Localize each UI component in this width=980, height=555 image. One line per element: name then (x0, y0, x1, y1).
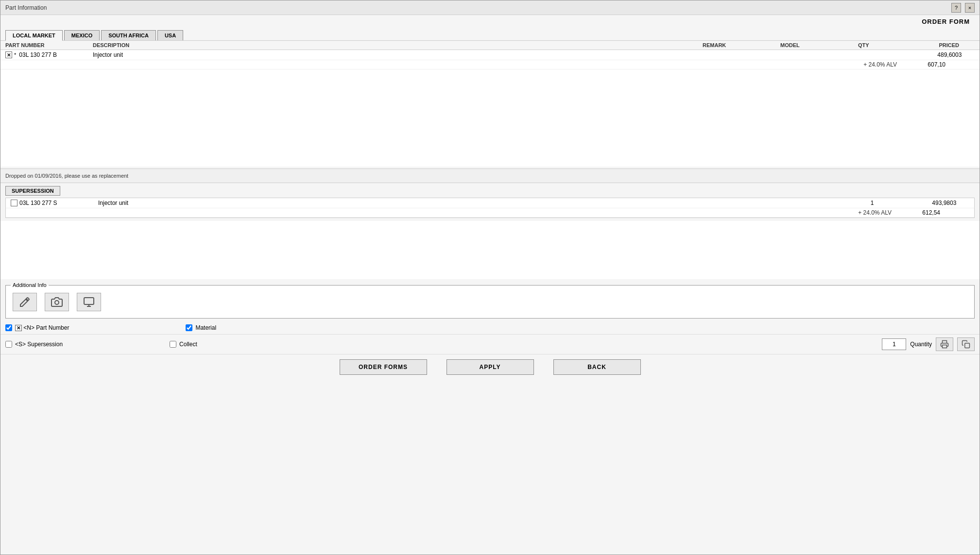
svg-point-0 (55, 301, 59, 304)
table-header: PART NUMBER DESCRIPTION REMARK MODEL QTY… (0, 41, 980, 50)
collect-checkbox-label: Collect (179, 341, 197, 348)
part-number-checkbox-label: ✕ <N> Part Number (15, 324, 69, 331)
edit-icon-button[interactable] (13, 293, 37, 311)
supersession-checkbox[interactable] (11, 200, 17, 206)
material-checkbox-group: Material (186, 324, 216, 331)
part-description: Injector unit (93, 51, 703, 58)
col-qty: QTY (858, 42, 897, 48)
quantity-input[interactable] (882, 338, 906, 350)
quantity-section: Quantity (882, 337, 975, 351)
col-model: MODEL (780, 42, 858, 48)
monitor-icon-button[interactable] (77, 293, 101, 311)
additional-info-icons (11, 291, 969, 313)
window-title: Part Information (5, 4, 47, 11)
order-form-header: ORDER FORM (0, 15, 980, 28)
part-number-value: 03L 130 277 B (19, 51, 57, 58)
copy-icon-button[interactable] (957, 337, 975, 351)
supersession-d: 03 (950, 200, 969, 206)
close-button[interactable]: × (965, 3, 975, 13)
main-window: Part Information ? × ORDER FORM LOCAL MA… (0, 0, 980, 555)
alv-label: + 24.0% ALV (863, 61, 897, 68)
supersession-part-number-cell: 03L 130 277 S (11, 200, 98, 206)
supersession-alv-row: + 24.0% ALV 612,54 (6, 208, 974, 218)
supersession-tab[interactable]: SUPERSESSION (5, 186, 60, 196)
col-remark: REMARK (703, 42, 780, 48)
supersession-alv-price: 612,54 (901, 209, 940, 216)
main-part-row: ✕ * 03L 130 277 B Injector unit 489,60 0… (0, 50, 980, 60)
alv-row: + 24.0% ALV 607,10 (0, 60, 980, 69)
asterisk-marker: * (14, 52, 16, 58)
supersession-row: 03L 130 277 S Injector unit 1 493,98 03 (6, 198, 974, 208)
material-checkbox[interactable] (186, 324, 192, 331)
tab-south-africa[interactable]: SOUTH AFRICA (101, 30, 156, 40)
col-d: D (955, 42, 975, 48)
part-number-cell: ✕ * 03L 130 277 B (5, 51, 93, 58)
bottom-row: <S> Supersession Collect Quantity (0, 334, 980, 354)
print-icon-button[interactable] (936, 337, 953, 351)
supersession-description: Injector unit (98, 200, 697, 206)
part-number-checkbox-group: ✕ <N> Part Number (5, 324, 69, 331)
col-description: DESCRIPTION (93, 42, 703, 48)
svg-rect-4 (943, 345, 947, 348)
alv-price: 607,10 (907, 61, 946, 68)
back-button[interactable]: BACK (553, 359, 641, 375)
svg-rect-5 (965, 343, 970, 348)
supersession-alv-d-space (950, 209, 969, 216)
alv-d-space (955, 61, 975, 68)
part-d: 03 (955, 51, 975, 58)
col-price: PRICE (897, 42, 955, 48)
additional-info-legend: Additional Info (11, 282, 49, 288)
dropped-notice-text: Dropped on 01/09/2016, please use as rep… (5, 173, 128, 179)
title-bar-controls: ? × (951, 3, 975, 13)
part-price: 489,60 (897, 51, 955, 58)
col-part-number: PART NUMBER (5, 42, 93, 48)
collect-checkbox-group: Collect (170, 341, 197, 348)
supersession-checkbox-label: <S> Supersession (15, 341, 63, 348)
supersession-qty: 1 (853, 200, 892, 206)
collect-checkbox[interactable] (170, 341, 176, 348)
supersession-price: 493,98 (892, 200, 950, 206)
supersession-alv-label: + 24.0% ALV (858, 209, 892, 216)
tab-usa[interactable]: USA (157, 30, 183, 40)
title-bar: Part Information ? × (0, 0, 980, 15)
top-empty-area (0, 69, 980, 167)
apply-button[interactable]: APPLY (447, 359, 534, 375)
order-form-label: ORDER FORM (922, 18, 970, 25)
help-button[interactable]: ? (951, 3, 961, 13)
n-badge: ✕ (15, 325, 22, 331)
tabs-bar: LOCAL MARKET MEXICO SOUTH AFRICA USA (0, 28, 980, 41)
camera-icon-button[interactable] (45, 293, 69, 311)
additional-info-fieldset: Additional Info (5, 282, 975, 319)
buttons-row: ORDER FORMS APPLY BACK (0, 354, 980, 380)
supersession-empty-area (0, 221, 980, 279)
material-checkbox-label: Material (195, 324, 216, 331)
supersession-bottom-checkbox[interactable] (5, 341, 12, 348)
supersession-section: SUPERSESSION 03L 130 277 S Injector unit… (0, 183, 980, 221)
tab-mexico[interactable]: MEXICO (64, 30, 100, 40)
supersession-table: 03L 130 277 S Injector unit 1 493,98 03 … (5, 198, 975, 218)
supersession-part-number: 03L 130 277 S (19, 200, 57, 206)
part-number-checkbox[interactable] (5, 324, 12, 331)
bottom-checkboxes-row1: ✕ <N> Part Number Material (0, 321, 980, 334)
supersession-checkbox-group: <S> Supersession (5, 341, 63, 348)
quantity-label: Quantity (910, 341, 932, 348)
part-checkbox[interactable]: ✕ (5, 51, 12, 58)
dropped-notice: Dropped on 01/09/2016, please use as rep… (0, 168, 980, 183)
svg-rect-1 (84, 298, 94, 304)
action-icons (936, 337, 975, 351)
order-forms-button[interactable]: ORDER FORMS (340, 359, 427, 375)
tab-local-market[interactable]: LOCAL MARKET (5, 30, 63, 41)
